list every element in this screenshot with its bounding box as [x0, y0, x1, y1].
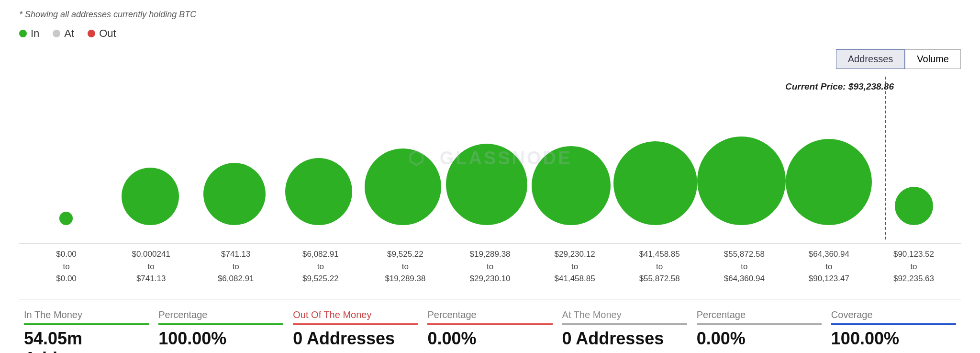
current-price-label: Current Price: $93,238.86	[785, 81, 894, 92]
coverage-value: 100.00%	[831, 329, 956, 349]
bubble-col-5	[445, 144, 529, 225]
bubble-0	[59, 212, 73, 225]
price-label-9: $64,360.94to$90,123.47	[787, 248, 871, 285]
price-label-2: $741.13to$6,082.91	[193, 248, 278, 285]
stat-coverage: Coverage 100.00%	[826, 309, 961, 353]
in-the-money-label: In The Money	[24, 309, 149, 325]
legend: In At Out	[19, 27, 961, 40]
price-label-5: $19,289.38to$29,230.10	[447, 248, 532, 285]
legend-at: At	[53, 27, 74, 40]
bubble-col-10	[872, 187, 956, 225]
stat-in-the-money: In The Money 54.05m Addresses	[19, 309, 154, 353]
bubble-col-8	[697, 137, 786, 225]
stat-in-pct: Percentage 100.00%	[154, 309, 288, 353]
out-of-the-money-value: 0 Addresses	[293, 329, 418, 349]
at-pct-value: 0.00%	[697, 329, 822, 349]
addresses-toggle-btn[interactable]: Addresses	[836, 49, 905, 69]
chart-divider	[19, 243, 961, 244]
out-pct-label: Percentage	[427, 309, 552, 325]
bubble-9	[786, 139, 872, 225]
bubble-1	[122, 168, 179, 225]
legend-in: In	[19, 27, 39, 40]
bubble-10	[895, 187, 933, 225]
stat-at-the-money: At The Money 0 Addresses	[557, 309, 692, 353]
price-label-3: $6,082.91to$9,525.22	[278, 248, 363, 285]
coverage-label: Coverage	[831, 309, 956, 325]
bubbles-container	[19, 77, 961, 225]
bubble-7	[613, 141, 697, 225]
in-pct-value: 100.00%	[158, 329, 283, 349]
chart-area: Current Price: $93,238.86 ⬡ GLASSNODE	[19, 77, 961, 239]
at-the-money-label: At The Money	[562, 309, 687, 325]
bubble-col-6	[529, 146, 613, 225]
disclaimer-text: * Showing all addresses currently holdin…	[19, 10, 961, 20]
view-toggle: Addresses Volume	[19, 49, 961, 69]
out-pct-value: 0.00%	[427, 329, 552, 349]
at-dot	[53, 30, 60, 37]
bubble-col-7	[613, 141, 697, 225]
bubble-8	[697, 137, 786, 225]
stats-section: In The Money 54.05m Addresses Percentage…	[19, 299, 961, 353]
price-label-8: $55,872.58to$64,360.94	[702, 248, 787, 285]
price-label-4: $9,525.22to$19,289.38	[363, 248, 447, 285]
in-the-money-value: 54.05m Addresses	[24, 329, 149, 353]
bubble-2	[203, 163, 266, 225]
in-dot	[19, 30, 27, 37]
legend-out-label: Out	[99, 27, 116, 40]
in-pct-label: Percentage	[158, 309, 283, 325]
price-label-10: $90,123.52to$92,235.63	[871, 248, 956, 285]
price-label-1: $0.000241to$741.13	[109, 248, 193, 285]
bubble-col-4	[361, 148, 445, 225]
bubble-col-3	[277, 158, 361, 225]
price-label-7: $41,458.85to$55,872.58	[617, 248, 702, 285]
bubble-4	[365, 148, 441, 225]
bubble-col-1	[108, 168, 192, 225]
bubble-col-2	[192, 163, 277, 225]
legend-at-label: At	[64, 27, 74, 40]
bubble-col-9	[786, 139, 872, 225]
bubble-3	[285, 158, 352, 225]
volume-toggle-btn[interactable]: Volume	[905, 49, 961, 69]
stat-at-pct: Percentage 0.00%	[692, 309, 826, 353]
legend-out: Out	[88, 27, 116, 40]
price-label-0: $0.00to$0.00	[24, 248, 109, 285]
bubble-6	[532, 146, 611, 225]
stat-out-pct: Percentage 0.00%	[423, 309, 557, 353]
bubble-5	[446, 144, 527, 225]
bubble-col-0	[24, 212, 108, 225]
price-line	[885, 77, 886, 239]
out-dot	[88, 30, 95, 37]
out-of-the-money-label: Out Of The Money	[293, 309, 418, 325]
price-labels: $0.00to$0.00$0.000241to$741.13$741.13to$…	[19, 248, 961, 285]
price-label-6: $29,230.12to$41,458.85	[533, 248, 617, 285]
at-pct-label: Percentage	[697, 309, 822, 325]
at-the-money-value: 0 Addresses	[562, 329, 687, 349]
legend-in-label: In	[31, 27, 39, 40]
stat-out-of-the-money: Out Of The Money 0 Addresses	[288, 309, 423, 353]
